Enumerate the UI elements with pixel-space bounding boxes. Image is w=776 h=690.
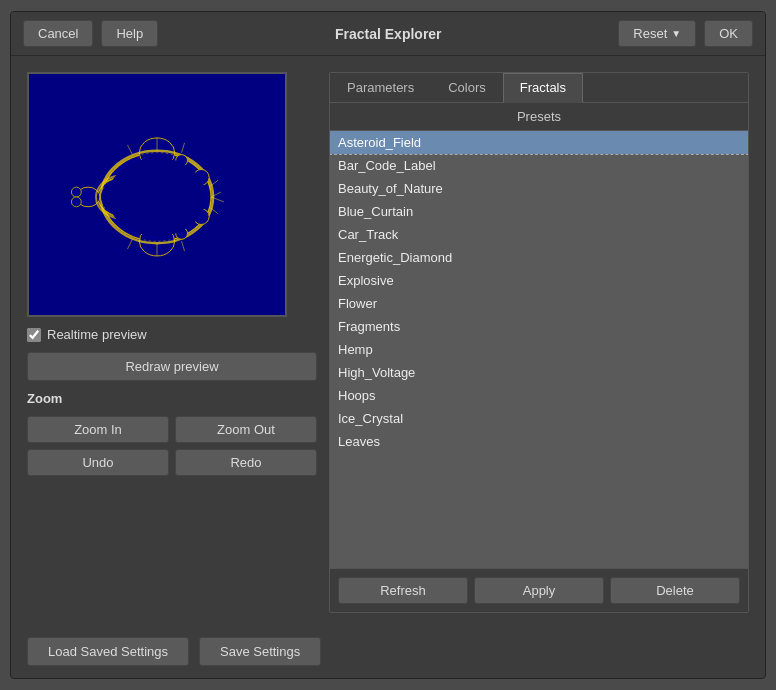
list-item[interactable]: Leaves (330, 430, 748, 453)
tab-bar: Parameters Colors Fractals (330, 73, 748, 103)
fractal-preview (27, 72, 287, 317)
realtime-preview-label: Realtime preview (47, 327, 147, 342)
svg-point-13 (71, 187, 81, 197)
list-item[interactable]: Fragments (330, 315, 748, 338)
reset-button[interactable]: Reset ▼ (618, 20, 696, 47)
realtime-preview-row: Realtime preview (27, 327, 317, 342)
list-item[interactable]: Explosive (330, 269, 748, 292)
zoom-controls: Zoom In Zoom Out Undo Redo (27, 416, 317, 476)
window-title: Fractal Explorer (166, 26, 610, 42)
list-item[interactable]: Hoops (330, 384, 748, 407)
refresh-button[interactable]: Refresh (338, 577, 468, 604)
list-item[interactable]: Car_Track (330, 223, 748, 246)
list-item[interactable]: Blue_Curtain (330, 200, 748, 223)
tab-colors[interactable]: Colors (431, 73, 503, 102)
titlebar: Cancel Help Fractal Explorer Reset ▼ OK (11, 12, 765, 56)
zoom-label: Zoom (27, 391, 317, 406)
fractal-explorer-window: Cancel Help Fractal Explorer Reset ▼ OK (10, 11, 766, 679)
list-item[interactable]: High_Voltage (330, 361, 748, 384)
main-content: Realtime preview Redraw preview Zoom Zoo… (11, 56, 765, 629)
footer: Load Saved Settings Save Settings (11, 629, 765, 678)
list-item[interactable]: Hemp (330, 338, 748, 361)
svg-point-26 (101, 180, 144, 213)
presets-list[interactable]: Asteroid_FieldBar_Code_LabelBeauty_of_Na… (330, 131, 748, 568)
list-item[interactable]: Asteroid_Field (330, 131, 748, 154)
list-item[interactable]: Energetic_Diamond (330, 246, 748, 269)
list-item[interactable]: Ice_Crystal (330, 407, 748, 430)
redraw-preview-button[interactable]: Redraw preview (27, 352, 317, 381)
list-item[interactable]: Bar_Code_Label (330, 154, 748, 177)
cancel-button[interactable]: Cancel (23, 20, 93, 47)
redo-button[interactable]: Redo (175, 449, 317, 476)
chevron-down-icon: ▼ (671, 28, 681, 39)
left-panel: Realtime preview Redraw preview Zoom Zoo… (27, 72, 317, 613)
reset-label: Reset (633, 26, 667, 41)
right-panel: Parameters Colors Fractals Presets Aster… (329, 72, 749, 613)
fractal-svg (29, 74, 285, 315)
save-settings-button[interactable]: Save Settings (199, 637, 321, 666)
undo-button[interactable]: Undo (27, 449, 169, 476)
svg-point-14 (71, 197, 81, 207)
help-button[interactable]: Help (101, 20, 158, 47)
ok-button[interactable]: OK (704, 20, 753, 47)
list-item[interactable]: Flower (330, 292, 748, 315)
load-saved-settings-button[interactable]: Load Saved Settings (27, 637, 189, 666)
realtime-preview-checkbox[interactable] (27, 328, 41, 342)
presets-action-buttons: Refresh Apply Delete (330, 568, 748, 612)
tab-parameters[interactable]: Parameters (330, 73, 431, 102)
presets-header: Presets (330, 103, 748, 131)
zoom-out-button[interactable]: Zoom Out (175, 416, 317, 443)
apply-button[interactable]: Apply (474, 577, 604, 604)
list-item[interactable]: Beauty_of_Nature (330, 177, 748, 200)
zoom-in-button[interactable]: Zoom In (27, 416, 169, 443)
tab-fractals[interactable]: Fractals (503, 73, 583, 103)
delete-button[interactable]: Delete (610, 577, 740, 604)
